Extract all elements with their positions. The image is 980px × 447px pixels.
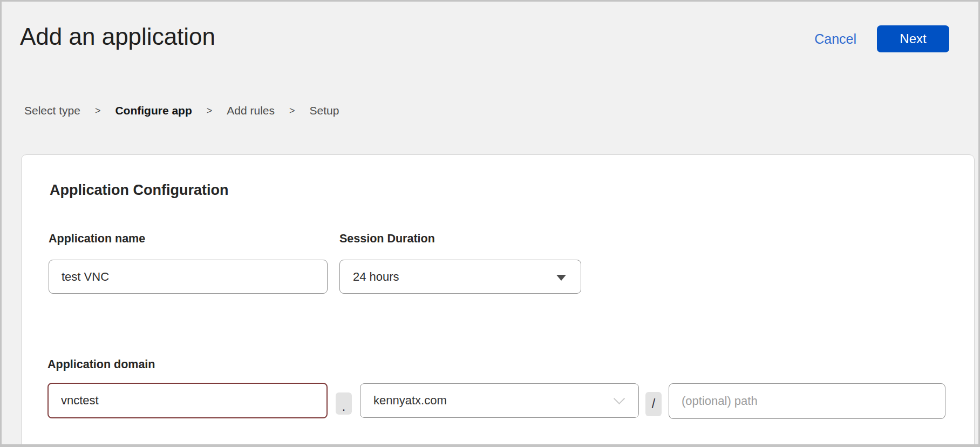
session-duration-value: 24 hours <box>353 270 399 284</box>
step-separator-icon: > <box>289 105 295 117</box>
step-configure-app[interactable]: Configure app <box>115 104 192 117</box>
cancel-button[interactable]: Cancel <box>814 31 856 47</box>
step-setup[interactable]: Setup <box>310 104 339 117</box>
chevron-down-icon <box>614 393 625 404</box>
dropdown-arrow-icon <box>556 275 566 281</box>
add-application-page: Add an application Cancel Next Select ty… <box>0 0 980 447</box>
page-title: Add an application <box>20 23 215 50</box>
section-title: Application Configuration <box>50 182 228 199</box>
subdomain-input[interactable] <box>47 383 328 418</box>
application-name-input[interactable] <box>49 260 328 294</box>
step-add-rules[interactable]: Add rules <box>227 104 275 117</box>
application-name-label: Application name <box>49 232 145 246</box>
next-button[interactable]: Next <box>877 25 949 52</box>
step-separator-icon: > <box>95 105 101 117</box>
breadcrumb: Select type > Configure app > Add rules … <box>24 104 339 117</box>
domain-select-value: kennyatx.com <box>373 394 447 408</box>
domain-select[interactable]: kennyatx.com <box>360 383 639 418</box>
slash-separator: / <box>645 392 662 416</box>
step-select-type[interactable]: Select type <box>24 104 80 117</box>
session-duration-select[interactable]: 24 hours <box>339 260 581 294</box>
application-configuration-card: Application Configuration Application na… <box>21 154 975 447</box>
step-separator-icon: > <box>207 105 213 117</box>
application-domain-label: Application domain <box>47 358 155 371</box>
session-duration-label: Session Duration <box>339 232 435 246</box>
path-input[interactable] <box>669 383 945 419</box>
header-actions: Cancel Next <box>814 25 949 52</box>
dot-separator: . <box>336 392 352 415</box>
